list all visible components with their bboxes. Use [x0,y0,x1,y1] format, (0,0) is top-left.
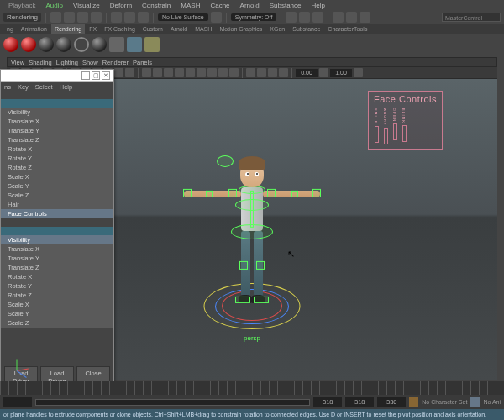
elbow-l-control[interactable] [206,191,213,197]
play-next-icon[interactable] [299,12,310,23]
magnet-icon[interactable] [211,12,222,23]
driver-attr-list[interactable]: VisibilityTranslate XTranslate YTranslat… [1,108,113,218]
vp-tool-icon[interactable] [164,68,173,77]
shoulder-l-control[interactable] [228,189,237,197]
menu-item[interactable]: Substance [265,0,307,11]
shoulder-r-control[interactable] [267,189,276,197]
gamma-field[interactable]: 1.00 [330,69,352,77]
shelf-tab-rendering[interactable]: Rendering [51,24,85,34]
tool-icon[interactable] [333,12,344,23]
set-driven-key-window[interactable]: — ▢ ✕ ns Key Select Help VisibilityTrans… [0,69,114,392]
anim-layer-label[interactable]: No Ani [483,399,501,405]
control-search[interactable]: MasterControl [442,13,501,22]
driver-attr-item[interactable]: Translate Y [1,126,113,135]
exposure-field[interactable]: 0.00 [296,69,318,77]
driven-attr-item[interactable]: Rotate X [1,272,113,281]
tool-icon[interactable] [346,12,357,23]
symmetry-display[interactable]: Symmetry: Off [231,13,277,21]
shelf-tab[interactable]: XGen [266,24,288,34]
shelf-icon[interactable] [127,37,142,52]
character-set-icon[interactable] [409,397,418,407]
tool-icon[interactable] [77,12,88,23]
tool-icon[interactable] [91,12,102,23]
menu-item[interactable]: Constrain [137,0,176,11]
sdk-titlebar[interactable]: — ▢ ✕ [1,70,113,82]
end-frame-field[interactable]: 330 [377,397,406,407]
workspace-mode[interactable]: Rendering [3,13,41,22]
shelf-tab[interactable]: ng [3,24,17,34]
angry-slider[interactable] [384,128,388,144]
vp-tool-icon[interactable] [279,68,288,77]
foot-l-control[interactable] [235,297,250,303]
tool-icon[interactable] [138,12,149,23]
knee-l-control[interactable] [239,261,248,270]
driver-attr-item[interactable]: Rotate X [1,144,113,154]
foot-r-control[interactable] [254,297,269,303]
vp-tool-icon[interactable] [186,68,195,77]
shelf-icon[interactable] [109,37,124,52]
driven-attr-item[interactable]: Rotate Z [1,291,113,300]
tool-icon[interactable] [124,12,135,23]
vp-menu-item[interactable]: Panels [133,59,152,66]
menu-item[interactable]: Help [306,0,329,11]
stop-icon[interactable] [312,12,323,23]
face-controls-panel[interactable]: Face Controls SMILE ANGRY OPEN BLINK [368,91,443,150]
maximize-icon[interactable]: ▢ [92,71,100,80]
vp-tool-icon[interactable] [207,68,217,77]
close-icon[interactable]: ✕ [102,71,110,80]
driven-attr-item[interactable]: Rotate Y [1,281,113,291]
driver-attr-item[interactable]: Rotate Y [1,154,113,163]
material-dark-icon[interactable] [92,37,107,52]
shelf-tab[interactable]: Animation [18,24,50,34]
vp-menu-item[interactable]: View [11,59,24,66]
character-set-label[interactable]: No Character Set [422,399,467,405]
tool-icon[interactable] [64,12,75,23]
material-red-icon[interactable] [21,37,36,52]
vp-tool-icon[interactable] [257,68,266,77]
material-red-icon[interactable] [3,37,18,52]
blink-slider[interactable] [402,125,407,142]
frame-field-a[interactable]: 318 [313,397,342,407]
vp-tool-icon[interactable] [142,68,151,77]
menu-item[interactable]: Cache [205,0,234,11]
range-slider[interactable] [35,399,310,406]
vp-tool-icon[interactable] [218,68,228,77]
driver-attr-item[interactable]: Hair [1,200,113,209]
shelf-tab[interactable]: Motion Graphics [216,24,265,34]
vp-tool-icon[interactable] [229,68,239,77]
driver-attr-item[interactable]: Translate X [1,117,113,126]
character-rig[interactable] [240,159,264,231]
menu-audio[interactable]: Audio [40,0,67,11]
shelf-tab[interactable]: Arnold [167,24,191,34]
vp-menu-item[interactable]: Renderer [102,59,129,66]
tool-icon[interactable] [50,12,61,23]
shelf-tab[interactable]: FX Caching [101,24,139,34]
shelf-tab[interactable]: Substance [289,24,323,34]
shelf-tab[interactable]: CharacterTools [324,24,370,34]
frame-field-b[interactable]: 318 [345,397,374,407]
driver-attr-item[interactable]: Visibility [1,108,113,117]
open-slider[interactable] [393,123,397,140]
driver-attr-item[interactable]: Scale Z [1,191,113,200]
menu-item[interactable]: Arnold [235,0,265,11]
live-surface-display[interactable]: No Live Surface [158,13,208,21]
menu-item[interactable]: MASH [176,0,205,11]
start-frame-field[interactable] [3,397,32,407]
driven-attr-item[interactable]: Translate Z [1,263,113,272]
elbow-r-control[interactable] [291,191,298,197]
vp-tool-icon[interactable] [246,68,255,77]
vp-tool-icon[interactable] [268,68,277,77]
hand-r-control[interactable] [312,189,321,197]
tool-icon[interactable] [360,12,370,23]
vp-menu-item[interactable]: Shading [29,59,52,66]
driven-attr-item[interactable]: Translate Y [1,254,113,263]
knee-r-control[interactable] [256,261,265,270]
vp-tool-icon[interactable] [197,68,206,77]
sdk-menu-item[interactable]: Key [18,82,29,92]
head-control[interactable] [217,155,234,167]
driver-attr-item[interactable]: Rotate Z [1,163,113,172]
driven-attr-item[interactable]: Translate X [1,244,113,254]
vp-tool-icon[interactable] [153,68,162,77]
driven-attr-list[interactable]: VisibilityTranslate XTranslate YTranslat… [1,235,113,328]
sdk-menu-item[interactable]: Select [35,82,53,92]
